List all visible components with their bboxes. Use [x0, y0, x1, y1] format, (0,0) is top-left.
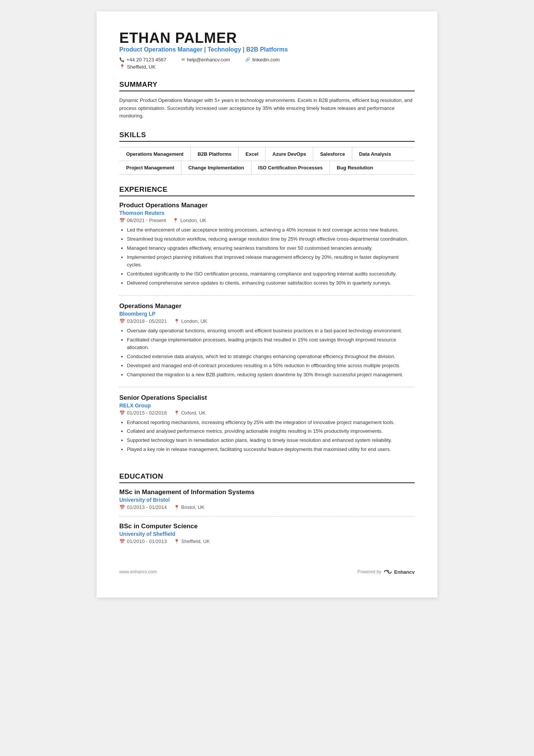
- edu-location-sheffield: Sheffield, UK: [174, 538, 210, 544]
- exp-meta-bloomberg: 03/2018 - 05/2021 London, UK: [119, 318, 415, 324]
- pin-icon-bristol: [174, 504, 180, 510]
- footer-powered-by: Powered by: [357, 569, 381, 574]
- bullet-item: Played a key role in release management,…: [127, 446, 415, 454]
- skill-b2b-platforms: B2B Platforms: [191, 147, 239, 161]
- exp-bullets-relx: Enhanced reporting mechanisms, increasin…: [119, 419, 415, 454]
- email-address: help@enhancv.com: [187, 57, 230, 63]
- bullet-item: Collated and analysed performance metric…: [127, 427, 415, 435]
- summary-text: Dynamic Product Operations Manager with …: [119, 97, 415, 120]
- bullet-item: Developed and managed end-of-contract pr…: [127, 362, 415, 370]
- edu-location-text-bristol: Bristol, UK: [181, 504, 205, 510]
- phone-icon: [119, 57, 125, 62]
- exp-dates-relx: 01/2015 - 02/2018: [119, 410, 167, 416]
- job-title-thomson: Product Operations Manager: [119, 202, 415, 209]
- enhancv-logo-icon: [384, 569, 392, 574]
- header: ETHAN PALMER Product Operations Manager …: [119, 30, 415, 70]
- edu-degree-sheffield: BSc in Computer Science: [119, 523, 415, 530]
- exp-location-text-thomson: London, UK: [180, 218, 206, 223]
- skill-change-implementation: Change Implementation: [181, 161, 251, 174]
- resume-page: ETHAN PALMER Product Operations Manager …: [97, 11, 437, 598]
- phone-number: +44 20 7123 4567: [126, 57, 166, 63]
- footer-brand: Powered by Enhancv: [357, 569, 415, 575]
- edu-entry-sheffield: BSc in Computer Science University of Sh…: [119, 523, 415, 550]
- bullet-item: Enhanced reporting mechanisms, increasin…: [127, 419, 415, 427]
- exp-entry-thomson: Product Operations Manager Thomson Reute…: [119, 202, 415, 296]
- skill-azure-devops: Azure DevOps: [265, 147, 313, 161]
- education-title: EDUCATION: [119, 472, 415, 483]
- exp-entry-bloomberg: Operations Manager Bloomberg LP 03/2018 …: [119, 302, 415, 387]
- edu-dates-text-sheffield: 01/2010 - 01/2013: [127, 538, 167, 544]
- bullet-item: Oversaw daily operational functions, ens…: [127, 327, 415, 335]
- company-bloomberg: Bloomberg LP: [119, 311, 415, 317]
- linkedin-url: linkedin.com: [252, 57, 279, 63]
- enhancv-brand-name: Enhancv: [394, 569, 415, 575]
- edu-dates-text-bristol: 01/2013 - 01/2014: [127, 504, 167, 510]
- edu-location-bristol: Bristol, UK: [174, 504, 205, 510]
- pin-icon-relx: [174, 410, 180, 416]
- edu-school-sheffield: University of Sheffield: [119, 531, 415, 537]
- summary-title: SUMMARY: [119, 80, 415, 91]
- bullet-item: Led the enhancement of user acceptance t…: [127, 226, 415, 234]
- candidate-name: ETHAN PALMER: [119, 30, 415, 46]
- exp-dates-thomson: 06/2021 - Present: [119, 218, 166, 223]
- pin-icon-bloomberg: [174, 318, 180, 324]
- pin-icon-sheffield: [174, 538, 180, 544]
- experience-title: EXPERIENCE: [119, 185, 415, 196]
- skill-bug-resolution: Bug Resolution: [330, 161, 380, 174]
- skills-section: SKILLS Operations Management B2B Platfor…: [119, 131, 415, 175]
- exp-meta-relx: 01/2015 - 02/2018 Oxford, UK: [119, 410, 415, 416]
- calendar-icon: [119, 318, 125, 324]
- bullet-item: Conducted extensive data analysis, which…: [127, 353, 415, 361]
- footer-website: www.enhancv.com: [119, 569, 157, 574]
- skill-salesforce: Salesforce: [313, 147, 352, 161]
- page-footer: www.enhancv.com Powered by Enhancv: [119, 569, 415, 575]
- bullet-item: Supported technology team in remediation…: [127, 437, 415, 445]
- calendar-icon: [119, 538, 125, 544]
- exp-location-text-bloomberg: London, UK: [181, 318, 208, 324]
- candidate-title: Product Operations Manager | Technology …: [119, 46, 415, 53]
- company-relx: RELX Group: [119, 402, 415, 409]
- skill-excel: Excel: [239, 147, 265, 161]
- summary-section: SUMMARY Dynamic Product Operations Manag…: [119, 80, 415, 120]
- location-pin-icon: [119, 64, 125, 69]
- skills-row-2: Project Management Change Implementation…: [119, 161, 415, 175]
- pin-icon-thomson: [173, 218, 178, 223]
- bullet-item: Implemented project planning initiatives…: [127, 254, 415, 269]
- exp-location-thomson: London, UK: [173, 218, 206, 223]
- skill-operations-management: Operations Management: [119, 147, 191, 161]
- linkedin-contact: linkedin.com: [245, 57, 279, 63]
- bullet-item: Streamlined bug resolution workflow, red…: [127, 235, 415, 243]
- exp-dates-text-relx: 01/2015 - 02/2018: [127, 410, 167, 416]
- skills-grid: Operations Management B2B Platforms Exce…: [119, 147, 415, 175]
- email-icon: [181, 57, 185, 62]
- edu-dates-bristol: 01/2013 - 01/2014: [119, 504, 167, 510]
- exp-entry-relx: Senior Operations Specialist RELX Group …: [119, 394, 415, 462]
- email-contact: help@enhancv.com: [181, 57, 230, 63]
- location-row: Sheffield, UK: [119, 64, 415, 70]
- bullet-item: Managed tenancy upgrades effectively, en…: [127, 244, 415, 252]
- exp-bullets-bloomberg: Oversaw daily operational functions, ens…: [119, 327, 415, 379]
- bullet-item: Contributed significantly to the ISO cer…: [127, 270, 415, 278]
- job-title-relx: Senior Operations Specialist: [119, 394, 415, 402]
- bullet-item: Championed the migration to a new B2B pl…: [127, 371, 415, 379]
- edu-meta-sheffield: 01/2010 - 01/2013 Sheffield, UK: [119, 538, 415, 544]
- calendar-icon: [119, 410, 125, 416]
- edu-school-bristol: University of Bristol: [119, 497, 415, 503]
- exp-meta-thomson: 06/2021 - Present London, UK: [119, 218, 415, 223]
- edu-entry-bristol: MSc in Management of Information Systems…: [119, 488, 415, 517]
- calendar-icon: [119, 504, 125, 510]
- exp-dates-bloomberg: 03/2018 - 05/2021: [119, 318, 167, 324]
- job-title-bloomberg: Operations Manager: [119, 302, 415, 310]
- experience-section: EXPERIENCE Product Operations Manager Th…: [119, 185, 415, 462]
- skill-data-analysis: Data Analysis: [352, 147, 398, 161]
- skills-title: SKILLS: [119, 131, 415, 142]
- phone-contact: +44 20 7123 4567: [119, 57, 166, 63]
- location-text: Sheffield, UK: [127, 64, 156, 70]
- exp-location-relx: Oxford, UK: [174, 410, 206, 416]
- link-icon: [245, 57, 250, 62]
- skill-project-management: Project Management: [119, 161, 181, 174]
- bullet-item: Facilitated change implementation proces…: [127, 336, 415, 352]
- exp-dates-text-thomson: 06/2021 - Present: [127, 218, 166, 223]
- company-thomson: Thomson Reuters: [119, 210, 415, 216]
- skill-iso-certification: ISO Certification Processes: [251, 161, 330, 174]
